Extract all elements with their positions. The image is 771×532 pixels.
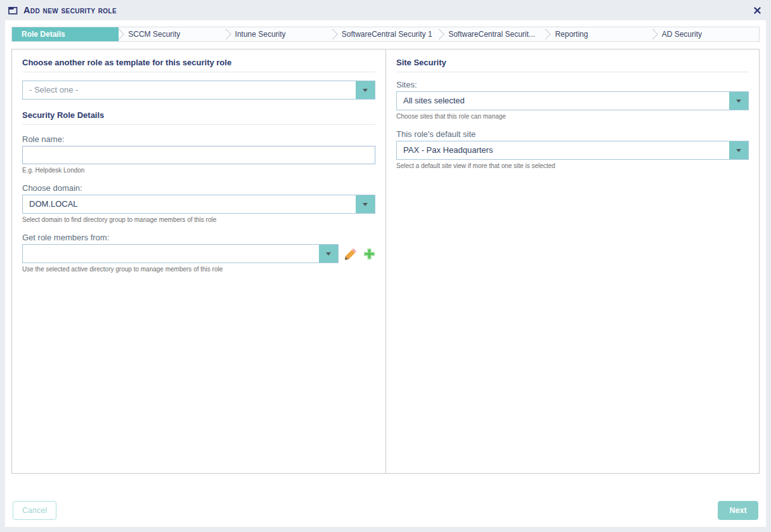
chevron-down-icon[interactable] bbox=[729, 141, 748, 159]
role-members-select[interactable] bbox=[22, 244, 339, 263]
role-members-row bbox=[22, 244, 375, 263]
details-section-heading: Security Role Details bbox=[22, 110, 375, 125]
tab-label: SoftwareCentral Securit... bbox=[448, 30, 535, 39]
chevron-down-icon[interactable] bbox=[356, 195, 375, 213]
role-details-column: Choose another role as template for this… bbox=[12, 49, 386, 473]
domain-select[interactable]: DOM.LOCAL bbox=[22, 195, 375, 214]
chevron-down-icon[interactable] bbox=[729, 92, 748, 110]
tab-label: AD Security bbox=[662, 30, 702, 39]
tab-role-details[interactable]: Role Details bbox=[12, 27, 119, 41]
tab-softwarecentral-security-2[interactable]: SoftwareCentral Securit... bbox=[439, 27, 545, 41]
wizard-tab-bar: Role Details SCCM Security Intune Securi… bbox=[11, 27, 760, 42]
page-title: Add new security role bbox=[23, 5, 117, 15]
tab-label: Role Details bbox=[22, 30, 65, 39]
chevron-down-icon[interactable] bbox=[319, 245, 338, 263]
choose-domain-label: Choose domain: bbox=[22, 183, 375, 193]
domain-select-value: DOM.LOCAL bbox=[23, 195, 356, 213]
role-details-panel: Choose another role as template for this… bbox=[11, 49, 760, 474]
template-role-select-value: - Select one - bbox=[23, 81, 356, 99]
tab-label: Reporting bbox=[555, 30, 588, 39]
default-site-select[interactable]: PAX - Pax Headquarters bbox=[396, 141, 749, 160]
domain-hint: Select domain to find directory group to… bbox=[22, 216, 375, 223]
window-icon bbox=[8, 6, 18, 15]
default-site-label: This role's default site bbox=[396, 129, 749, 139]
site-security-column: Site Security Sites: All sites selected … bbox=[386, 49, 759, 473]
tab-softwarecentral-security-1[interactable]: SoftwareCentral Security 1 bbox=[332, 27, 439, 41]
tab-intune-security[interactable]: Intune Security bbox=[226, 27, 332, 41]
role-members-select-value bbox=[23, 245, 319, 263]
default-site-select-value: PAX - Pax Headquarters bbox=[397, 141, 729, 159]
chevron-down-icon[interactable] bbox=[356, 81, 375, 99]
pencil-icon[interactable] bbox=[344, 247, 358, 261]
dialog-footer: Cancel Next bbox=[5, 474, 766, 520]
sites-hint: Choose sites that this role can manage bbox=[396, 113, 749, 120]
template-role-select[interactable]: - Select one - bbox=[22, 81, 375, 100]
role-name-label: Role name: bbox=[22, 134, 375, 144]
role-members-hint: Use the selected active directory group … bbox=[22, 266, 375, 273]
sites-select[interactable]: All sites selected bbox=[396, 91, 749, 110]
site-security-heading: Site Security bbox=[396, 58, 749, 72]
tab-reporting[interactable]: Reporting bbox=[545, 27, 652, 41]
tab-label: SCCM Security bbox=[128, 30, 180, 39]
role-members-label: Get role members from: bbox=[22, 233, 375, 242]
default-site-hint: Select a default site view if more that … bbox=[396, 162, 749, 169]
dialog-titlebar: Add new security role bbox=[0, 0, 771, 20]
tab-label: Intune Security bbox=[235, 30, 286, 39]
role-name-input[interactable] bbox=[22, 146, 375, 164]
tab-sccm-security[interactable]: SCCM Security bbox=[119, 27, 225, 41]
plus-icon[interactable] bbox=[363, 248, 375, 260]
close-icon[interactable] bbox=[753, 6, 762, 15]
role-name-hint: E.g. Helpdesk London bbox=[22, 167, 375, 174]
next-button[interactable]: Next bbox=[718, 501, 758, 520]
cancel-button[interactable]: Cancel bbox=[13, 501, 56, 520]
template-section-heading: Choose another role as template for this… bbox=[22, 58, 375, 72]
tab-ad-security[interactable]: AD Security bbox=[652, 27, 759, 41]
tab-label: SoftwareCentral Security 1 bbox=[342, 30, 432, 39]
sites-select-value: All sites selected bbox=[397, 92, 729, 110]
sites-label: Sites: bbox=[396, 80, 749, 89]
add-security-role-dialog: Role Details SCCM Security Intune Securi… bbox=[5, 20, 766, 527]
